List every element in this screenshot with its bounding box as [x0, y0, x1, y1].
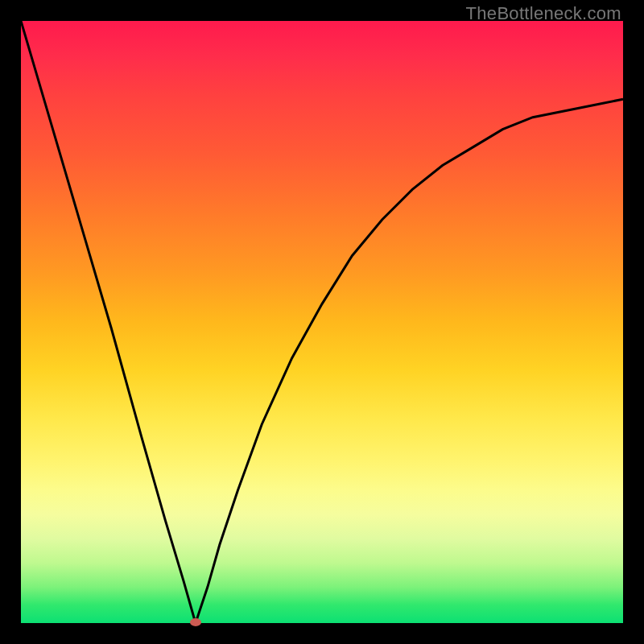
bottleneck-curve: [21, 21, 623, 623]
chart-frame: TheBottleneck.com: [0, 0, 644, 644]
optimum-marker: [190, 618, 201, 626]
watermark-text: TheBottleneck.com: [466, 3, 621, 24]
curve-path: [21, 21, 623, 623]
